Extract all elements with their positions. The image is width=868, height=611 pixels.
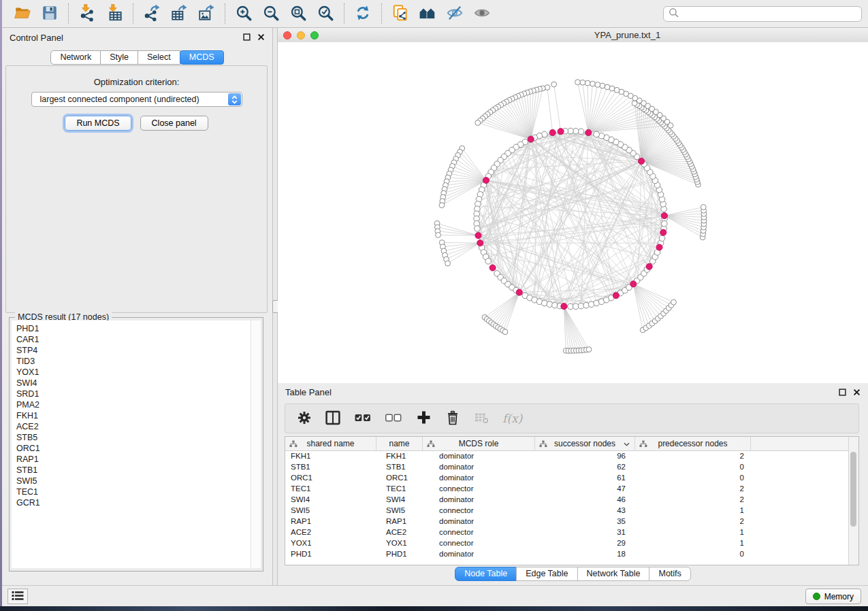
cell-successor-nodes: 35	[535, 516, 635, 527]
control-panel-tabs: NetworkStyleSelectMCDS	[2, 50, 272, 65]
table-row[interactable]: SWI5SWI5connector431	[285, 505, 848, 516]
cell-shared-name: STB1	[285, 461, 376, 472]
table-row[interactable]: STB1STB1dominator620	[285, 461, 848, 472]
criterion-select[interactable]: largest connected component (undirected)	[31, 92, 242, 107]
show-columns-button[interactable]	[324, 407, 342, 430]
apply-layout-button[interactable]	[349, 2, 376, 25]
import-table-icon	[106, 4, 123, 24]
column-header-filler	[751, 437, 848, 450]
import-table-button[interactable]	[101, 2, 128, 25]
mcds-result-item[interactable]: SRD1	[16, 389, 251, 399]
table-row[interactable]: ORC1ORC1dominator610	[285, 472, 848, 483]
hide-selected-button[interactable]	[441, 2, 468, 25]
tab-edge-table[interactable]: Edge Table	[516, 567, 577, 581]
cell-name: ACE2	[376, 527, 423, 538]
zoom-selected-button[interactable]	[312, 2, 339, 25]
float-panel-icon[interactable]	[839, 386, 846, 399]
import-network-button[interactable]	[74, 2, 101, 25]
table-row[interactable]: TEC1TEC1connector472	[285, 483, 848, 494]
delete-row-button[interactable]	[444, 407, 462, 430]
mcds-result-item[interactable]: SWI4	[16, 378, 251, 389]
column-header-name[interactable]: name	[376, 437, 423, 450]
table-type-tabs: Node TableEdge TableNetwork TableMotifs	[278, 567, 868, 581]
mcds-result-item[interactable]: GCR1	[16, 497, 251, 508]
panel-splitter[interactable]	[272, 28, 278, 585]
column-header-mcds-role[interactable]: MCDS role	[423, 437, 535, 450]
table-row[interactable]: RAP1RAP1dominator352	[285, 516, 848, 527]
mcds-result-item[interactable]: YOX1	[16, 367, 251, 378]
column-header-successor-nodes[interactable]: successor nodes	[535, 437, 635, 450]
memory-button[interactable]: Memory	[805, 589, 861, 604]
first-neighbors-button[interactable]	[414, 2, 441, 25]
zoom-out-button[interactable]	[257, 2, 285, 25]
show-all-button[interactable]	[468, 2, 496, 25]
export-network-button[interactable]	[138, 2, 165, 25]
network-graph[interactable]	[278, 42, 868, 383]
zoom-fit-button[interactable]	[285, 2, 312, 25]
delete-table-button[interactable]	[473, 407, 491, 430]
mcds-result-item[interactable]: CAR1	[16, 334, 251, 345]
function-builder-icon[interactable]: f(x)	[502, 412, 522, 425]
float-panel-icon[interactable]	[243, 31, 251, 44]
table-row[interactable]: SWI4SWI4dominator462	[285, 494, 848, 505]
mcds-result-item[interactable]: STB5	[16, 432, 251, 443]
column-settings-button[interactable]	[296, 407, 312, 430]
select-all-button[interactable]	[353, 407, 372, 430]
mcds-result-item[interactable]: ORC1	[16, 443, 251, 454]
tab-style[interactable]: Style	[100, 50, 138, 65]
network-from-selection-button[interactable]	[387, 2, 414, 25]
deselect-all-button[interactable]	[384, 407, 403, 430]
tab-select[interactable]: Select	[138, 50, 180, 65]
close-panel-icon[interactable]	[257, 31, 265, 44]
maximize-traffic-light-icon[interactable]	[310, 31, 319, 39]
mcds-result-item[interactable]: RAP1	[16, 454, 251, 465]
table-row[interactable]: FKH1FKH1dominator962	[285, 450, 848, 461]
save-session-button[interactable]	[36, 2, 63, 25]
tab-network[interactable]: Network	[50, 50, 101, 65]
namespace-icon	[289, 440, 298, 448]
mcds-list-scrollbar[interactable]	[251, 320, 261, 568]
tab-mcds[interactable]: MCDS	[180, 50, 224, 65]
mcds-result-item[interactable]: FKH1	[16, 410, 251, 421]
table-row[interactable]: YOX1YOX1connector291	[285, 538, 848, 548]
tab-motifs[interactable]: Motifs	[649, 567, 690, 581]
columns-icon	[325, 410, 341, 427]
mcds-result-item[interactable]: TEC1	[16, 486, 251, 497]
cell-mcds-role: dominator	[423, 516, 535, 527]
mcds-result-item[interactable]: ACE2	[16, 421, 251, 432]
close-traffic-light-icon[interactable]	[283, 31, 291, 39]
close-panel-button[interactable]: Close panel	[140, 116, 208, 131]
floppy-disk-icon	[41, 4, 59, 24]
cell-shared-name: YOX1	[285, 538, 376, 548]
table-row[interactable]: ACE2ACE2connector311	[285, 527, 848, 538]
open-session-button[interactable]	[9, 2, 36, 25]
mcds-result-item[interactable]: TID3	[16, 356, 251, 367]
clone-network-documents-icon	[391, 4, 409, 24]
mcds-result-item[interactable]: PMA2	[16, 399, 251, 410]
tab-network-table[interactable]: Network Table	[577, 567, 650, 581]
mcds-result-item[interactable]: STB1	[16, 465, 251, 476]
tab-node-table[interactable]: Node Table	[455, 567, 517, 581]
add-row-button[interactable]	[415, 407, 432, 430]
minimize-traffic-light-icon[interactable]	[297, 31, 305, 39]
cell-mcds-role: connector	[423, 527, 535, 538]
scrollbar-thumb[interactable]	[850, 452, 856, 527]
close-panel-icon[interactable]	[853, 386, 861, 399]
table-scrollbar[interactable]	[848, 437, 858, 565]
export-network-icon	[143, 4, 161, 24]
table-row[interactable]: PHD1PHD1dominator180	[285, 548, 848, 559]
mcds-result-item[interactable]: STP4	[16, 345, 251, 356]
column-header-shared-name[interactable]: shared name	[285, 437, 376, 450]
network-window-titlebar[interactable]: YPA_prune.txt_1	[278, 28, 868, 43]
export-table-button[interactable]	[165, 2, 193, 25]
search-input[interactable]	[682, 8, 861, 19]
zoom-in-button[interactable]	[230, 2, 257, 25]
column-header-predecessor-nodes[interactable]: predecessor nodes	[635, 437, 751, 450]
run-mcds-button[interactable]: Run MCDS	[65, 116, 131, 131]
cell-successor-nodes: 29	[535, 538, 635, 548]
select-stepper-icon	[228, 93, 241, 105]
mcds-result-item[interactable]: SWI5	[16, 476, 251, 486]
show-panels-button[interactable]	[7, 589, 28, 604]
mcds-result-item[interactable]: PHD1	[16, 323, 251, 334]
export-image-button[interactable]	[193, 2, 220, 25]
